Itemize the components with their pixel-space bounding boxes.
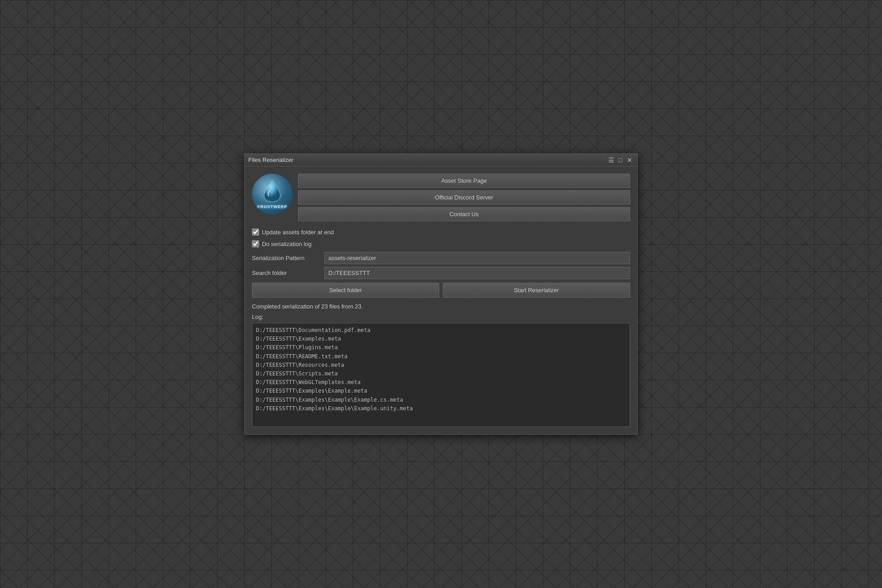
log-line: D:/TEEESSTTT\README.txt.meta (256, 352, 626, 361)
update-assets-row: Update assets folder at end (252, 228, 630, 236)
title-bar-controls: ☰ □ ✕ (607, 157, 634, 163)
title-bar: Files Reserializer ☰ □ ✕ (245, 154, 637, 166)
do-log-checkbox[interactable] (252, 240, 259, 247)
main-window: Files Reserializer ☰ □ ✕ (244, 153, 638, 435)
contact-button[interactable]: Contact Us (298, 207, 630, 221)
update-assets-label: Update assets folder at end (262, 229, 334, 236)
close-button[interactable]: ✕ (626, 157, 634, 163)
log-line: D:/TEEESSTTT\Resources.meta (256, 361, 626, 370)
header-row: FROSTWEEP Asset Store Page Official Disc… (252, 174, 630, 221)
log-line: D:/TEEESSTTT\Plugins.meta (256, 343, 626, 352)
logo-text: FROSTWEEP (257, 204, 287, 209)
maximize-button[interactable]: □ (617, 157, 624, 163)
logo-droplet-icon (263, 179, 281, 202)
log-content[interactable]: D:/TEEESSTTT\Documentation.pdf.metaD:/TE… (252, 323, 630, 427)
title-bar-left: Files Reserializer (248, 156, 294, 163)
asset-store-button[interactable]: Asset Store Page (298, 174, 630, 188)
log-line: D:/TEEESSTTT\Examples\Example\Example.cs… (256, 396, 626, 404)
log-container: D:/TEEESSTTT\Documentation.pdf.metaD:/TE… (252, 323, 630, 427)
search-folder-row: Search folder (252, 267, 630, 279)
select-folder-button[interactable]: Select folder (252, 283, 439, 298)
log-line: D:/TEEESSTTT\WebGLTemplates.meta (256, 378, 626, 387)
search-folder-label: Search folder (252, 270, 324, 276)
do-log-row: Do serialization log (252, 240, 630, 247)
serialization-pattern-input[interactable] (324, 252, 630, 264)
logo-image: FROSTWEEP (252, 174, 293, 214)
status-text: Completed serialization of 23 files from… (252, 303, 630, 310)
serialization-pattern-row: Serialization Pattern (252, 252, 630, 264)
logo-container: FROSTWEEP (252, 174, 293, 214)
log-line: D:/TEEESSTTT\Scripts.meta (256, 370, 626, 378)
log-line: D:/TEEESSTTT\Documentation.pdf.meta (256, 326, 626, 335)
do-log-label: Do serialization log (262, 241, 312, 247)
serialization-pattern-label: Serialization Pattern (252, 255, 324, 261)
log-line: D:/TEEESSTTT\Examples\Example.meta (256, 387, 626, 395)
search-folder-input[interactable] (324, 267, 630, 279)
log-line: D:/TEEESSTTT\Examples\Example\Example.un… (256, 404, 626, 413)
log-label: Log: (252, 313, 630, 320)
menu-icon[interactable]: ☰ (607, 157, 616, 163)
discord-button[interactable]: Official Discord Server (298, 190, 630, 204)
log-line: D:/TEEESSTTT\Examples.meta (256, 335, 626, 343)
window-title: Files Reserializer (248, 156, 294, 163)
header-buttons-col: Asset Store Page Official Discord Server… (298, 174, 630, 221)
window-body: FROSTWEEP Asset Store Page Official Disc… (245, 166, 637, 434)
start-reserializer-button[interactable]: Start Reserializer (443, 283, 630, 298)
update-assets-checkbox[interactable] (252, 228, 259, 236)
action-buttons-row: Select folder Start Reserializer (252, 283, 630, 298)
logo-inner: FROSTWEEP (257, 179, 287, 209)
